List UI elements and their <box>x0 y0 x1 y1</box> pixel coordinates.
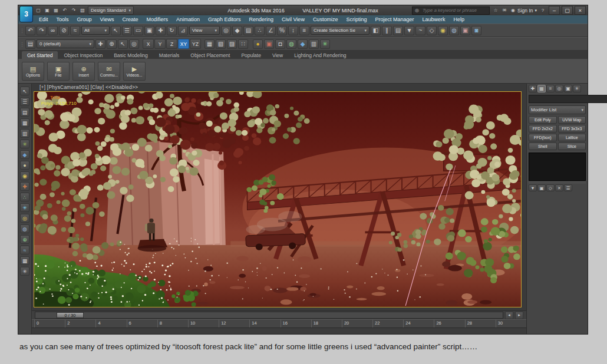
render-setup-icon[interactable]: ◍ <box>449 26 459 35</box>
percent-snap-icon[interactable]: % <box>277 26 287 35</box>
sign-in-button[interactable]: ◉ Sign In ▾ <box>510 6 537 14</box>
railclone-icon[interactable]: ◆ <box>20 150 29 159</box>
container-explorer-icon[interactable]: ▦ <box>20 118 29 127</box>
advanced-painter-icon[interactable]: ✚ <box>20 182 29 191</box>
minimize-button[interactable]: – <box>549 6 560 15</box>
open-file-icon[interactable]: ▣ <box>43 6 51 14</box>
gold-material-ball-icon[interactable]: ● <box>253 39 263 49</box>
communication-center-icon[interactable]: ✉ <box>500 6 509 14</box>
select-and-manipulate-icon[interactable]: ◆ <box>232 26 242 35</box>
civil-view-icon[interactable]: ◆ <box>298 39 308 49</box>
ribbon-tab[interactable]: Lighting And Rendering <box>289 51 351 59</box>
spacewarp-tool-icon[interactable]: ≈ <box>20 246 29 254</box>
menu-item[interactable]: Create <box>118 16 142 23</box>
axis-constraint-button[interactable]: Y <box>154 39 166 49</box>
save-file-icon[interactable]: ▦ <box>52 6 60 14</box>
next-frame-button[interactable]: ▸ <box>515 312 523 319</box>
toolbar-grip[interactable]: ⋮ <box>20 26 24 35</box>
ribbon-tab[interactable]: Object Placement <box>185 51 235 59</box>
maximize-button[interactable]: ▢ <box>562 6 573 15</box>
redo-icon[interactable]: ↷ <box>70 6 78 14</box>
layer-explorer-icon[interactable]: ▤ <box>20 108 29 117</box>
modifier-list-dropdown[interactable]: Modifier List ▾ <box>529 105 586 114</box>
make-unique-icon[interactable]: ◇ <box>546 184 555 191</box>
modifier-stack-list[interactable] <box>529 153 586 181</box>
light-tool-icon[interactable]: ◎ <box>20 214 29 223</box>
modifier-preset-button[interactable]: Edit Poly <box>529 116 557 124</box>
communication-button[interactable]: ✉Commu... <box>98 62 120 81</box>
menu-item[interactable]: Views <box>96 16 118 23</box>
schematic-view-icon[interactable]: ◇ <box>427 26 437 35</box>
unlink-selection-icon[interactable]: ⊘ <box>59 26 69 35</box>
modifier-preset-button[interactable]: Shell <box>529 143 557 150</box>
selection-filter-dropdown[interactable]: All ▾ <box>81 26 110 35</box>
videos-button[interactable]: ▶Videos... <box>123 62 146 81</box>
add-to-layer-icon[interactable]: ⊕ <box>107 39 117 49</box>
mirror-icon[interactable]: ◧ <box>371 26 381 35</box>
modifier-preset-button[interactable]: Lattice <box>558 134 586 141</box>
select-layer-objects-icon[interactable]: ↖ <box>118 39 128 49</box>
viewport-scene[interactable] <box>34 92 521 307</box>
modifier-preset-button[interactable]: FFD 2x2x2 <box>529 125 557 133</box>
time-slider-track[interactable]: 0 / 30 <box>35 312 503 319</box>
menu-item[interactable]: Rendering <box>245 16 278 23</box>
layer-list-icon[interactable]: ▤ <box>25 39 35 49</box>
curve-editor-icon[interactable]: ~ <box>415 26 425 35</box>
use-pivot-center-icon[interactable]: ◎ <box>221 26 231 35</box>
menu-item[interactable]: Laubwerk <box>418 16 449 23</box>
layer-manager-icon[interactable]: ▤ <box>393 26 403 35</box>
utilities-tab-icon[interactable]: ✳ <box>573 85 581 92</box>
favorites-star-icon[interactable]: ☆ <box>491 6 500 14</box>
sphere-brush-icon[interactable]: ● <box>20 161 29 170</box>
snap-3d-icon[interactable]: ▨ <box>227 39 237 49</box>
menu-item[interactable]: Tools <box>52 16 73 23</box>
hierarchy-tab-icon[interactable]: ≡ <box>546 85 555 92</box>
set-current-layer-icon[interactable]: ◎ <box>129 39 139 49</box>
axis-constraint-button[interactable]: YZ <box>190 39 201 49</box>
select-and-move-icon[interactable]: ✚ <box>156 26 166 35</box>
menu-item[interactable]: Graph Editors <box>204 16 245 23</box>
axis-constraint-button[interactable]: XY <box>178 39 189 49</box>
keyboard-override-icon[interactable]: ▤ <box>243 26 253 35</box>
undo-icon[interactable]: ↶ <box>25 26 35 35</box>
axis-constraint-button[interactable]: Z <box>166 39 177 49</box>
modifier-preset-button[interactable]: FFD 3x3x3 <box>558 125 586 133</box>
modifier-preset-button[interactable]: UVW Map <box>558 116 586 124</box>
file-button[interactable]: ▣File <box>47 62 70 81</box>
menu-item[interactable]: Civil View <box>278 16 309 23</box>
window-crossing-icon[interactable]: ▣ <box>144 26 154 35</box>
angle-snap-icon[interactable]: ∠ <box>266 26 276 35</box>
saved-scripts-icon[interactable]: ▥ <box>20 129 29 138</box>
menu-item[interactable]: Project Manager <box>371 16 418 23</box>
edit-named-sets-icon[interactable]: ≡ <box>299 26 309 35</box>
help-icon[interactable]: ? <box>539 6 547 14</box>
snap-25d-icon[interactable]: ▧ <box>216 39 226 49</box>
ribbon-tab[interactable]: Object Inspection <box>58 51 108 59</box>
material-editor-icon[interactable]: ◉ <box>438 26 448 35</box>
create-tab-icon[interactable]: ✚ <box>529 85 537 92</box>
align-icon[interactable]: ∥ <box>382 26 392 35</box>
help-search-box[interactable]: ◎ <box>412 6 490 15</box>
scene-explorer-icon[interactable]: ☰ <box>20 97 29 106</box>
display-tab-icon[interactable]: ▣ <box>564 85 572 92</box>
spinner-snap-icon[interactable]: ↕ <box>288 26 298 35</box>
project-folder-icon[interactable]: ▧ <box>78 6 87 14</box>
search-input[interactable] <box>421 7 487 14</box>
active-viewport[interactable]: Total Polys: 7,158,710 <box>34 91 522 307</box>
time-slider[interactable]: 0 / 30 <box>57 312 84 318</box>
laubwerk-tools-icon[interactable]: ✳ <box>320 39 330 49</box>
ribbon-tab[interactable]: Populate <box>236 51 266 59</box>
select-and-rotate-icon[interactable]: ↻ <box>167 26 177 35</box>
ribbon-tab[interactable]: View <box>267 51 288 59</box>
ribbon-tab[interactable]: Materials <box>154 51 184 59</box>
menu-item[interactable]: Customize <box>309 16 342 23</box>
toolbar-grip[interactable]: ⋮ <box>20 39 24 49</box>
project-manager-icon[interactable]: ▥ <box>309 39 319 49</box>
pin-stack-icon[interactable]: ▼ <box>529 184 537 191</box>
rectangular-selection-icon[interactable]: ▭ <box>133 26 143 35</box>
menu-item[interactable]: Edit <box>35 16 52 23</box>
workspace-dropdown[interactable]: Design Standard ▾ <box>88 6 134 15</box>
ribbon-toggle-icon[interactable]: ▼ <box>404 26 414 35</box>
create-new-layer-icon[interactable]: ✚ <box>95 39 105 49</box>
axis-constraint-button[interactable]: X <box>143 39 154 49</box>
